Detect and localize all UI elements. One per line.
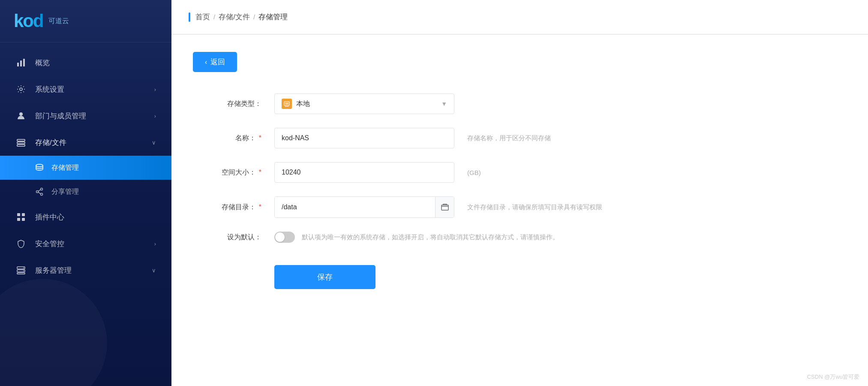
- svg-rect-5: [17, 139, 25, 141]
- save-button[interactable]: 保存: [274, 265, 375, 289]
- footer-watermark: CSDN @万wu皆可爱: [807, 373, 859, 381]
- size-input[interactable]: [274, 162, 454, 183]
- chevron-right-icon: ›: [154, 86, 156, 93]
- storage-select-inner: 本地: [282, 99, 310, 109]
- size-required: *: [259, 169, 261, 176]
- sidebar-item-plugin-center[interactable]: 插件中心: [0, 204, 171, 230]
- bar-chart-icon: [15, 57, 27, 68]
- svg-rect-20: [17, 273, 25, 274]
- svg-rect-24: [285, 103, 288, 105]
- form-row-dir: 存储目录： * 文件存储目录，请确保所填写目录具有读写权限: [219, 196, 767, 218]
- dir-input-wrapper: [274, 196, 454, 218]
- storage-file-label: 存储/文件: [35, 138, 152, 148]
- svg-rect-2: [23, 59, 25, 66]
- plugin-center-label: 插件中心: [35, 212, 156, 222]
- sidebar-item-storage-management[interactable]: 存储管理: [0, 156, 171, 180]
- sidebar-item-security[interactable]: 安全管控 ›: [0, 230, 171, 257]
- svg-rect-15: [22, 213, 25, 216]
- share-management-label: 分享管理: [51, 187, 79, 196]
- form-section: 存储类型： 本地 ▼: [193, 89, 793, 293]
- breadcrumb-home[interactable]: 首页: [195, 12, 210, 22]
- form-row-size: 空间大小： * (GB): [219, 162, 767, 183]
- database-icon: [34, 163, 45, 173]
- dir-input[interactable]: [275, 197, 435, 217]
- toggle-wrapper: 默认项为唯一有效的系统存储，如选择开启，将自动取消其它默认存储方式，请谨慎操作。: [274, 232, 559, 243]
- back-arrow-icon: ‹: [205, 58, 207, 66]
- back-button-label: 返回: [210, 57, 225, 67]
- svg-rect-6: [17, 142, 25, 144]
- dept-member-label: 部门与成员管理: [35, 111, 154, 121]
- shield-icon: [15, 238, 27, 249]
- breadcrumb-separator-2: /: [253, 13, 255, 21]
- local-storage-icon: [282, 99, 292, 109]
- back-button[interactable]: ‹ 返回: [193, 52, 237, 72]
- select-dropdown-icon: ▼: [441, 100, 447, 107]
- breadcrumb-separator-1: /: [213, 13, 215, 21]
- sidebar: kod 可道云 概览 系统设置 ›: [0, 0, 171, 386]
- grid-icon: [15, 211, 27, 223]
- svg-rect-0: [17, 63, 19, 66]
- sidebar-item-server-management[interactable]: 服务器管理 ∨: [0, 257, 171, 283]
- svg-point-8: [36, 164, 43, 167]
- sidebar-item-storage-file[interactable]: 存储/文件 ∨: [0, 129, 171, 156]
- default-label: 设为默认：: [219, 233, 266, 242]
- sidebar-item-dept-member[interactable]: 部门与成员管理 ›: [0, 103, 171, 129]
- svg-rect-25: [442, 205, 448, 210]
- logo-subtitle: 可道云: [48, 17, 69, 26]
- dir-browse-button[interactable]: [435, 197, 454, 217]
- name-input[interactable]: [274, 128, 454, 148]
- main-content: 首页 / 存储/文件 / 存储管理 ‹ 返回 存储类型：: [171, 0, 868, 386]
- share-icon: [34, 187, 45, 197]
- default-toggle[interactable]: [274, 232, 295, 243]
- chevron-right-icon3: ›: [154, 241, 156, 247]
- svg-line-13: [38, 192, 40, 194]
- storage-management-label: 存储管理: [51, 163, 79, 172]
- storage-icon: [15, 137, 27, 148]
- svg-rect-14: [17, 213, 20, 216]
- form-row-name: 名称： * 存储名称，用于区分不同存储: [219, 128, 767, 148]
- storage-type-select[interactable]: 本地 ▼: [274, 93, 454, 114]
- topbar: 首页 / 存储/文件 / 存储管理: [171, 0, 868, 34]
- server-management-label: 服务器管理: [35, 265, 152, 275]
- svg-point-22: [23, 271, 24, 271]
- breadcrumb-storage-file[interactable]: 存储/文件: [219, 12, 250, 22]
- name-label: 名称： *: [219, 134, 266, 143]
- svg-rect-17: [22, 218, 25, 221]
- size-unit: (GB): [467, 169, 481, 176]
- svg-rect-7: [17, 145, 25, 146]
- form-row-storage-type: 存储类型： 本地 ▼: [219, 93, 767, 114]
- dir-required: *: [259, 203, 261, 211]
- chevron-down-icon: ∨: [152, 139, 156, 146]
- storage-type-value: 本地: [296, 100, 310, 109]
- chevron-down-icon2: ∨: [152, 267, 156, 274]
- save-button-label: 保存: [317, 272, 333, 282]
- storage-type-label: 存储类型：: [219, 100, 266, 109]
- name-hint: 存储名称，用于区分不同存储: [467, 134, 551, 142]
- dir-label: 存储目录： *: [219, 203, 266, 212]
- logo-text: kod: [14, 12, 43, 30]
- svg-line-12: [38, 190, 40, 191]
- dir-hint: 文件存储目录，请确保所填写目录具有读写权限: [467, 203, 602, 211]
- svg-point-3: [20, 88, 22, 90]
- overview-label: 概览: [35, 58, 156, 68]
- sidebar-nav: 概览 系统设置 › 部门与成员管理 ›: [0, 42, 171, 386]
- system-settings-label: 系统设置: [35, 84, 154, 94]
- breadcrumb: 首页 / 存储/文件 / 存储管理: [195, 12, 288, 22]
- logo-area: kod 可道云: [0, 0, 171, 42]
- sidebar-item-overview[interactable]: 概览: [0, 49, 171, 76]
- svg-rect-1: [20, 60, 22, 66]
- default-hint: 默认项为唯一有效的系统存储，如选择开启，将自动取消其它默认存储方式，请谨慎操作。: [302, 232, 559, 242]
- chevron-right-icon2: ›: [154, 113, 156, 119]
- breadcrumb-accent: [189, 12, 190, 22]
- gear-icon: [15, 84, 27, 95]
- person-icon: [15, 110, 27, 121]
- name-required: *: [259, 134, 261, 142]
- security-label: 安全管控: [35, 239, 154, 249]
- svg-rect-16: [17, 218, 20, 221]
- svg-point-11: [41, 193, 43, 196]
- save-row: 保存: [219, 256, 767, 289]
- sidebar-item-system-settings[interactable]: 系统设置 ›: [0, 76, 171, 103]
- size-label: 空间大小： *: [219, 168, 266, 177]
- sidebar-item-share-management[interactable]: 分享管理: [0, 180, 171, 204]
- server-icon: [15, 265, 27, 276]
